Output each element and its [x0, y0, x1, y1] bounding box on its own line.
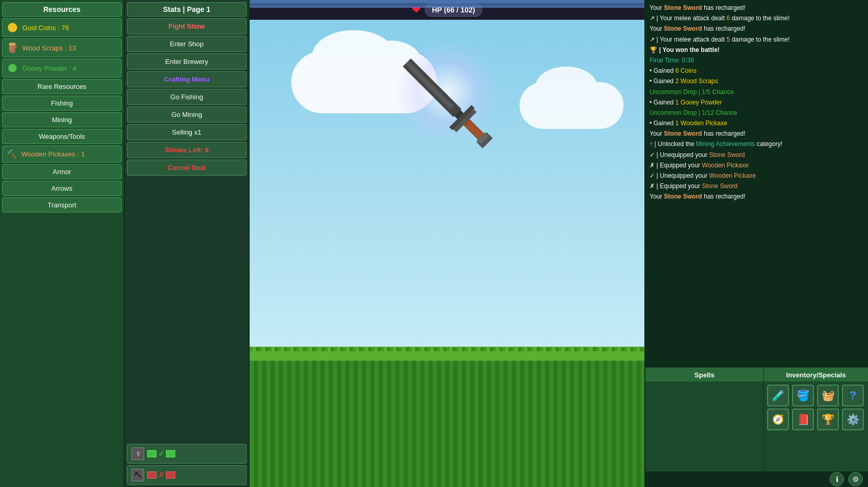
log-line: ✗ | Equipped your Stone Sword [650, 181, 864, 191]
fight-slime-btn[interactable]: Fight Slime [127, 18, 247, 34]
log-line: Uncommon Drop | 1/5 Chance [650, 87, 864, 97]
check-mark-1: ✓ [158, 450, 164, 458]
pickaxe-icon: ⛏️ [7, 149, 17, 159]
inventory-panel: Inventory/Specials 🧪 🪣 🧺 ? 🧭 📕 🏆 ⚙️ [764, 367, 868, 471]
inv-slot-book[interactable]: 📕 [792, 409, 814, 430]
equipment-row-sword: 🗡 ✓ [127, 444, 247, 464]
gold-coin-icon [7, 22, 18, 33]
equipment-row-pickaxe: ⛏ ✗ [127, 465, 247, 485]
log-line: • Gained 1 Gooey Powder [650, 98, 864, 108]
selling-btn[interactable]: Selling x1 [127, 124, 247, 140]
spells-header: Spells [645, 368, 763, 381]
wood-scraps-item[interactable]: 🪵 Wood Scraps : 13 [2, 38, 122, 57]
fishing-btn[interactable]: Fishing [2, 96, 122, 111]
inv-slot-trophy[interactable]: 🏆 [817, 409, 839, 430]
middle-panel: Stats | Page 1 Fight Slime Enter Shop En… [125, 0, 250, 487]
log-line: Your Stone Sword has recharged! [650, 24, 864, 34]
bar-green-2 [166, 450, 175, 457]
sword-bars: ✓ [147, 450, 242, 458]
enter-shop-btn[interactable]: Enter Shop [127, 36, 247, 52]
game-area: ❤ HP (66 / 102) [250, 0, 644, 487]
spells-panel: Spells [645, 367, 764, 471]
sword-equip-icon: 🗡 [132, 447, 144, 460]
resources-header: Resources [2, 2, 122, 17]
gooey-powder-icon [7, 62, 18, 74]
pickaxe-equip-icon: ⛏ [132, 469, 144, 481]
log-line: ✓ | Unequipped your Wooden Pickaxe [650, 171, 864, 181]
cancel-deal-btn[interactable]: Cancel Deal [127, 160, 247, 176]
inv-slot-potion[interactable]: 🧪 [767, 385, 789, 406]
log-line: ✗ | Equipped your Wooden Pickaxe [650, 161, 864, 170]
go-mining-btn[interactable]: Go Mining [127, 107, 247, 123]
log-line: 🏆 | You won the battle! [650, 45, 864, 55]
inv-slot-basket[interactable]: 🧺 [817, 385, 839, 406]
grass-detail [250, 347, 644, 351]
log-line: • Gained 6 Coins [650, 66, 864, 76]
bar-red-2 [166, 471, 175, 479]
x-mark-1: ✗ [158, 471, 164, 479]
right-panel: Your Stone Sword has recharged! ↗ | Your… [644, 0, 868, 487]
inventory-grid: 🧪 🪣 🧺 ? 🧭 📕 🏆 ⚙️ [764, 381, 868, 433]
inv-slot-compass[interactable]: 🧭 [767, 409, 789, 430]
info-icon[interactable]: ℹ [830, 472, 844, 486]
log-line: ↗ | Your melee attack dealt 6 damage to … [650, 14, 864, 23]
bar-green-1 [147, 450, 157, 457]
arrows-btn[interactable]: Arrows [2, 181, 122, 196]
wood-scraps-label: Wood Scraps : 13 [22, 44, 76, 52]
enter-brewery-btn[interactable]: Enter Brewery [127, 54, 247, 70]
pickaxe-bars: ✗ [147, 471, 242, 479]
log-line: ↗ | Your melee attack dealt 5 damage to … [650, 35, 864, 45]
bar-red-1 [147, 471, 157, 479]
wooden-pickaxes-item[interactable]: ⛏️ Wooden Pickaxes : 1 [2, 146, 122, 163]
log-line: ↑ | Unlocked the Mining Achievements cat… [650, 139, 864, 149]
weapons-tools-btn[interactable]: Weapons/Tools [2, 129, 122, 144]
gold-coins-item[interactable]: Gold Coins : 76 [2, 18, 122, 37]
bottom-right-panel: Spells Inventory/Specials 🧪 🪣 🧺 ? 🧭 📕 🏆 … [645, 367, 868, 471]
gooey-powder-item[interactable]: Gooey Powder : 4 [2, 59, 122, 77]
wooden-pickaxes-label: Wooden Pickaxes : 1 [21, 150, 85, 158]
wood-scraps-icon: 🪵 [7, 42, 18, 54]
log-line: Uncommon Drop | 1/12 Chance [650, 108, 864, 118]
hp-bar-container: ❤ HP (66 / 102) [250, 0, 644, 20]
ground-background [250, 356, 644, 487]
stats-header: Stats | Page 1 [127, 2, 247, 17]
slimes-left-btn[interactable]: Slimes Left: 8 [127, 142, 247, 158]
rare-resources-btn[interactable]: Rare Resources [2, 79, 122, 94]
svg-rect-10 [408, 64, 450, 107]
log-line: • Gained 1 Wooden Pickaxe [650, 119, 864, 128]
crafting-menu-btn[interactable]: Crafting Menu [127, 71, 247, 87]
log-line: ✓ | Unequipped your Stone Sword [650, 150, 864, 160]
log-line: Your Stone Sword has recharged! [650, 129, 864, 139]
log-line: Your Stone Sword has recharged! [650, 192, 864, 202]
armor-btn[interactable]: Armor [2, 164, 122, 179]
log-line: Your Stone Sword has recharged! [650, 3, 864, 13]
game-canvas [250, 20, 644, 487]
left-sidebar: Resources Gold Coins : 76 🪵 Wood Scraps … [0, 0, 125, 487]
gooey-powder-label: Gooey Powder : 4 [22, 64, 76, 72]
log-area[interactable]: Your Stone Sword has recharged! ↗ | Your… [645, 0, 868, 367]
gold-coins-label: Gold Coins : 76 [22, 24, 69, 32]
svg-rect-7 [465, 121, 483, 139]
inventory-header: Inventory/Specials [764, 368, 868, 381]
settings-icon[interactable]: ⚙ [848, 472, 863, 486]
mining-btn[interactable]: Mining [2, 112, 122, 127]
inv-slot-bucket[interactable]: 🪣 [792, 385, 814, 406]
log-line: Final Time: 0:36 [650, 56, 864, 65]
inv-slot-question[interactable]: ? [842, 385, 864, 406]
go-fishing-btn[interactable]: Go Fishing [127, 89, 247, 105]
cloud-2 [520, 82, 624, 129]
main-layout: Resources Gold Coins : 76 🪵 Wood Scraps … [0, 0, 868, 487]
inv-slot-gear[interactable]: ⚙️ [842, 409, 864, 430]
transport-btn[interactable]: Transport [2, 198, 122, 213]
log-line: • Gained 2 Wood Scraps [650, 76, 864, 86]
